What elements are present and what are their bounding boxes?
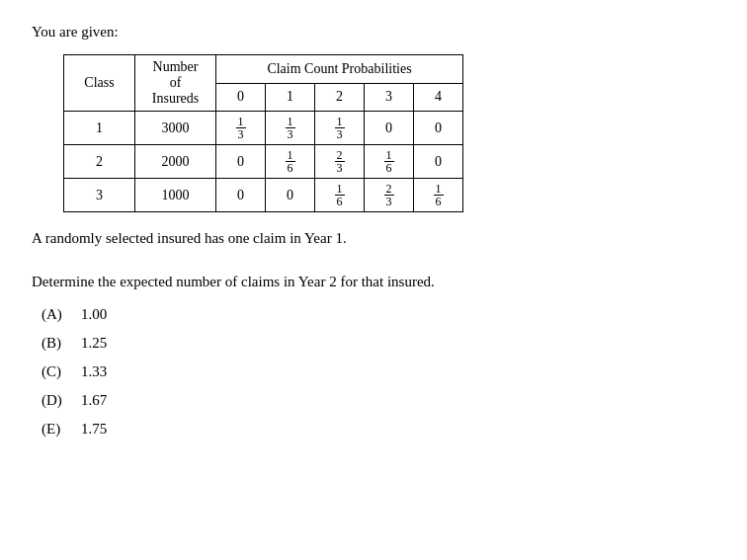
option-row-4: (E) 1.75 (42, 421, 715, 438)
sub-col-2: 2 (315, 83, 365, 112)
cell-prob-2: 1 6 (315, 179, 365, 212)
cell-prob-4: 0 (414, 112, 463, 145)
cell-class: 3 (64, 179, 135, 212)
option-value-2: 1.33 (81, 363, 107, 380)
fraction: 1 3 (335, 116, 345, 140)
option-letter-0: (A) (42, 306, 81, 323)
option-value-3: 1.67 (81, 392, 107, 409)
cell-prob-1: 0 (266, 179, 315, 212)
options-list: (A) 1.00 (B) 1.25 (C) 1.33 (D) 1.67 (E) … (42, 306, 715, 438)
col-header-class: Class (64, 55, 135, 112)
cell-prob-1: 1 6 (266, 145, 315, 179)
fraction: 2 3 (335, 149, 345, 174)
probability-table: Class Number of Insureds Claim Count Pro… (63, 54, 463, 212)
option-value-4: 1.75 (81, 421, 107, 438)
option-letter-2: (C) (42, 363, 81, 380)
option-letter-4: (E) (42, 421, 81, 438)
option-value-1: 1.25 (81, 335, 107, 352)
cell-insureds: 3000 (135, 112, 216, 145)
cell-prob-3: 1 6 (365, 145, 414, 179)
fraction: 1 3 (286, 116, 295, 140)
statement-text: A randomly selected insured has one clai… (32, 230, 715, 247)
cell-prob-0: 0 (216, 179, 266, 212)
option-row-0: (A) 1.00 (42, 306, 715, 323)
option-row-1: (B) 1.25 (42, 335, 715, 352)
col-header-ccp: Claim Count Probabilities (216, 55, 463, 84)
data-table-wrapper: Class Number of Insureds Claim Count Pro… (63, 54, 715, 212)
cell-prob-1: 1 3 (266, 112, 315, 145)
cell-class: 1 (64, 112, 135, 145)
fraction: 1 6 (335, 183, 345, 207)
table-row: 1 3000 1 3 1 3 1 3 00 (64, 112, 463, 145)
col-header-insureds: Number of Insureds (135, 55, 216, 112)
sub-col-4: 4 (414, 83, 463, 112)
table-row: 2 2000 0 1 6 2 3 1 6 0 (64, 145, 463, 179)
cell-insureds: 1000 (135, 179, 216, 212)
option-row-2: (C) 1.33 (42, 363, 715, 380)
cell-prob-4: 1 6 (414, 179, 463, 212)
sub-col-0: 0 (216, 83, 266, 112)
fraction: 1 6 (434, 183, 444, 207)
fraction: 1 3 (236, 116, 246, 140)
fraction: 1 6 (286, 149, 295, 174)
cell-class: 2 (64, 145, 135, 179)
cell-prob-0: 0 (216, 145, 266, 179)
cell-prob-3: 0 (365, 112, 414, 145)
option-row-3: (D) 1.67 (42, 392, 715, 409)
cell-insureds: 2000 (135, 145, 216, 179)
question-text: Determine the expected number of claims … (32, 274, 715, 290)
fraction: 1 6 (384, 149, 394, 174)
intro-text: You are given: (32, 24, 715, 40)
cell-prob-0: 1 3 (216, 112, 266, 145)
fraction: 2 3 (384, 183, 394, 207)
cell-prob-2: 1 3 (315, 112, 365, 145)
option-value-0: 1.00 (81, 306, 107, 323)
cell-prob-2: 2 3 (315, 145, 365, 179)
option-letter-3: (D) (42, 392, 81, 409)
cell-prob-4: 0 (414, 145, 463, 179)
sub-col-3: 3 (365, 83, 414, 112)
sub-col-1: 1 (266, 83, 315, 112)
table-row: 3 1000 00 1 6 2 3 1 6 (64, 179, 463, 212)
option-letter-1: (B) (42, 335, 81, 352)
cell-prob-3: 2 3 (365, 179, 414, 212)
